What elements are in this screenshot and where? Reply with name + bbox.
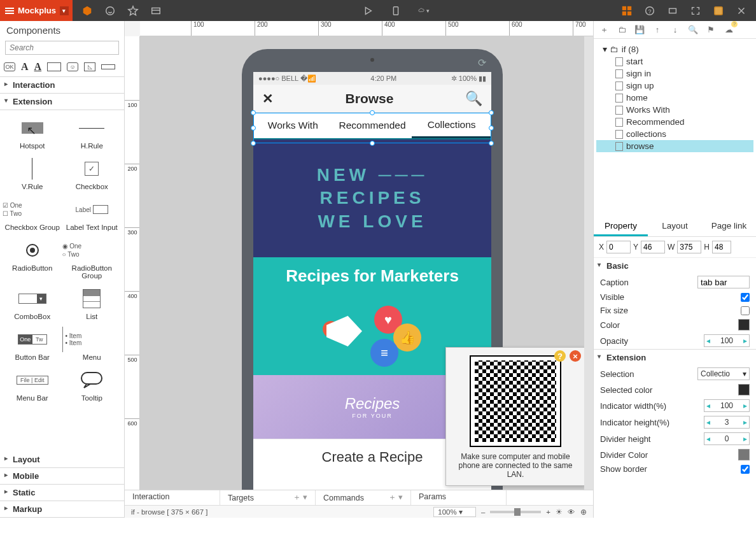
search-icon[interactable]: 🔍 [465,90,482,107]
component-combobox[interactable]: ▾ComboBox [3,286,62,320]
tree-item[interactable]: sign in [596,68,753,80]
phone-icon[interactable] [390,5,402,17]
selection-dropdown[interactable]: Collectio▾ [697,367,750,380]
tree-item[interactable]: Recommended [596,116,753,128]
tab-property[interactable]: Property [594,217,648,236]
tree-item[interactable]: start [596,55,753,68]
help-icon[interactable]: ? [644,5,655,17]
component-hotspot[interactable]: ↖Hotspot [3,115,62,150]
tab-targets[interactable]: Targets＋ ▾ [220,490,316,505]
app-brand[interactable]: Mockplus ▾ [0,0,73,21]
accordion-static[interactable]: Static [0,485,124,501]
tab-collections[interactable]: Collections [412,113,491,138]
accordion-layout[interactable]: Layout [0,451,124,468]
tab-commands[interactable]: Commands＋ ▾ [316,490,411,505]
horizontal-ruler[interactable]: 100 200 300 400 500 600 700 [140,21,593,36]
smile-icon[interactable] [104,5,116,17]
banner-new-recipes[interactable]: NEW ───RECIPESWE LOVE [253,139,491,257]
coord-h[interactable] [712,241,731,253]
component-vrule[interactable]: V.Rule [3,156,62,190]
accordion-mobile[interactable]: Mobile [0,468,124,485]
search-input[interactable] [5,41,119,55]
component-hrule[interactable]: H.Rule [62,115,122,150]
cloud-dd-icon[interactable]: ☁? [724,25,734,35]
component-menu[interactable]: • Item• ItemMenu [62,327,122,361]
tree-item-selected[interactable]: browse [596,140,753,152]
fixsize-checkbox[interactable] [741,306,750,315]
selected-color-swatch[interactable] [738,384,750,395]
component-radiobutton-group[interactable]: ◉ One○ TwoRadioButton Group [62,238,122,280]
grid-icon[interactable] [621,5,633,17]
folder-icon[interactable]: 🗀 [617,25,627,35]
down-icon[interactable]: ↓ [670,25,680,35]
input-icon[interactable] [47,62,61,71]
eye-icon[interactable]: 👁 [568,508,575,516]
canvas[interactable]: ⟳ ●●●●○ BELL �📶 4:20 PM ✲ 100% ▮▮ ✕ Brow… [140,36,593,518]
save-icon[interactable]: 💾 [634,25,645,35]
tab-layout[interactable]: Layout [648,217,702,236]
close-x-icon[interactable]: ✕ [262,91,274,106]
sun-icon[interactable]: ☀ [556,508,563,516]
color-swatch[interactable] [738,319,750,330]
section-extension[interactable]: Extension [594,349,756,366]
component-checkbox-group[interactable]: ☑ One☐ TwoCheckbox Group [3,197,62,231]
flag-icon[interactable]: ⚑ [706,25,716,35]
indicator-height-stepper[interactable]: 3 [704,416,750,429]
text-a-underline-icon[interactable]: A [34,61,42,73]
zoom-out-icon[interactable]: – [481,508,485,516]
accordion-extension[interactable]: Extension [0,94,124,110]
divider-height-stepper[interactable]: 0 [704,432,750,445]
window-icon[interactable] [667,5,678,17]
tree-root[interactable]: ▾ 🗀 if (8) [596,43,753,55]
add-icon[interactable]: ＋ [599,25,609,35]
progress-icon[interactable] [101,64,115,69]
qr-close-icon[interactable]: × [570,350,581,362]
component-buttonbar[interactable]: OneTwButton Bar [3,327,62,361]
zoom-slider[interactable] [490,511,541,513]
target-icon[interactable]: ⊕ [580,508,587,516]
up-icon[interactable]: ↑ [652,25,662,35]
component-tooltip[interactable]: Tooltip [62,367,122,402]
cloud-icon[interactable]: ▾ [418,5,430,17]
ok-badge-icon[interactable]: OK [4,62,15,71]
tree-item[interactable]: Works With [596,104,753,116]
close-icon[interactable] [736,5,747,17]
qr-help-icon[interactable]: ? [554,350,566,362]
section-basic[interactable]: Basic [594,257,756,274]
divider-color-swatch[interactable] [738,449,750,460]
component-list[interactable]: List [62,286,122,320]
rotate-icon[interactable]: ⟳ [478,57,486,69]
coord-y[interactable] [641,241,665,253]
tree-item[interactable]: sign up [596,80,753,92]
tab-interaction-panel[interactable]: Interaction [125,490,220,505]
accordion-markup[interactable]: Markup [0,501,124,518]
zoom-value[interactable]: 100% ▾ [433,507,476,517]
cube-icon[interactable] [81,5,93,17]
opacity-stepper[interactable]: 100 [704,334,750,347]
zoom-icon[interactable]: 🔍 [688,25,698,35]
show-border-checkbox[interactable] [741,465,750,474]
expand-icon[interactable] [690,5,701,17]
indicator-width-stepper[interactable]: 100 [704,399,750,412]
coord-w[interactable] [677,241,701,253]
component-checkbox[interactable]: ✓Checkbox [62,156,122,190]
image-icon[interactable]: ◺ [84,62,95,71]
text-a-icon[interactable]: A [21,61,29,73]
play-icon[interactable] [362,5,374,17]
caption-input[interactable] [697,276,750,288]
accordion-interaction[interactable]: Interaction [0,77,124,94]
coord-x[interactable] [606,241,631,253]
tab-recommended[interactable]: Recommended [333,113,412,138]
star-icon[interactable] [127,5,139,17]
vertical-ruler[interactable]: 100 200 300 400 500 600 [125,36,140,518]
component-menubar[interactable]: File | EditMenu Bar [3,367,62,402]
component-label-textinput[interactable]: LabelLabel Text Input [62,197,122,231]
tab-pagelink[interactable]: Page link [702,217,756,236]
smiley-icon[interactable]: ☺ [67,62,78,71]
canvas-v-scrollbar[interactable] [584,36,593,518]
tree-item[interactable]: home [596,92,753,104]
tree-item[interactable]: collections [596,128,753,140]
brand-dropdown-icon[interactable]: ▾ [60,6,69,15]
tab-params[interactable]: Params [411,490,507,505]
component-radiobutton[interactable]: RadioButton [3,238,62,280]
